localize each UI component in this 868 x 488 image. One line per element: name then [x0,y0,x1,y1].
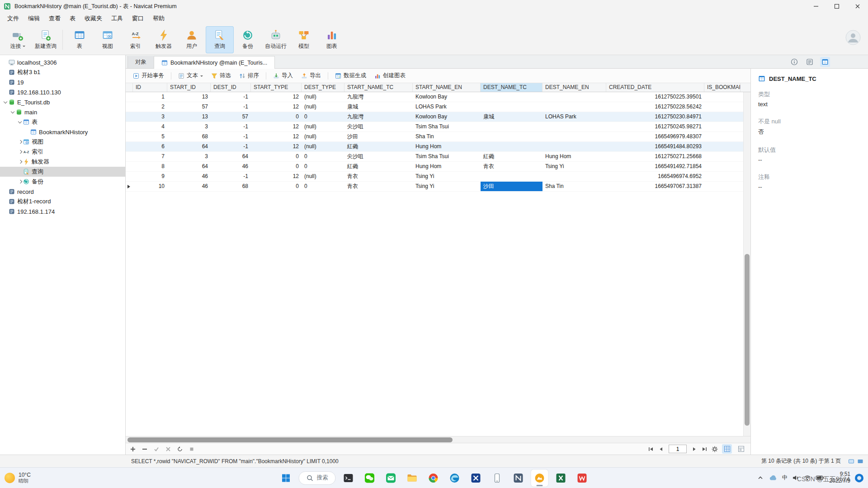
cloud-icon[interactable] [769,474,778,482]
column-header-DEST_NAME_TC[interactable]: DEST_NAME_TC [481,83,542,92]
grid-toolbar-export-button[interactable]: 导出 [297,70,325,81]
cell-ID[interactable]: 4 [133,122,167,131]
menu-item-0[interactable]: 文件 [3,14,24,23]
cell-START_ID[interactable]: 64 [167,142,211,151]
cell-START_TYPE[interactable]: 0 [251,112,302,122]
cell-ID[interactable]: 8 [133,162,167,171]
toolbar-table-button[interactable]: 表 [66,26,94,53]
column-header-DEST_TYPE[interactable]: DEST_TYPE [302,83,344,92]
cell-START_NAME_EN[interactable]: LOHAS Park [413,102,481,112]
toolbar-model-button[interactable]: 模型 [290,26,318,53]
cell-DEST_NAME_TC[interactable] [481,92,542,102]
toolbar-trigger-button[interactable]: 触发器 [150,26,178,53]
vertical-scrollbar-thumb[interactable] [745,254,750,426]
horizontal-scrollbar-thumb[interactable] [127,437,453,442]
cell-DEST_TYPE[interactable]: (null) [302,142,344,151]
refresh-button[interactable] [177,446,183,452]
grid-toolbar-create-chart-button[interactable]: 创建图表 [371,70,409,81]
cell-START_NAME_TC[interactable]: 沙田 [344,132,413,141]
cell-DEST_NAME_EN[interactable]: LOHAS Park [542,112,606,122]
cell-START_TYPE[interactable]: 12 [251,172,302,181]
toolbar-query-button[interactable]: 查询 [206,26,234,53]
cell-IS_BOOKMAR[interactable] [704,172,741,181]
cell-START_ID[interactable]: 64 [167,162,211,171]
cell-DEST_ID[interactable]: 64 [211,152,251,161]
column-header-ID[interactable]: ID [133,83,167,92]
cell-START_NAME_EN[interactable]: Tsim Sha Tsui [413,152,481,161]
next-page-button[interactable] [691,446,697,452]
cell-DEST_ID[interactable]: 46 [211,162,251,171]
toolbar-view-button[interactable]: 视图 [94,26,122,53]
cell-DEST_ID[interactable]: 68 [211,182,251,191]
cell-CREATED_DATE[interactable]: 1665496974.6952 [606,172,704,181]
horizontal-scrollbar[interactable] [126,436,750,443]
tree-arrow-icon[interactable] [17,119,23,125]
cell-IS_BOOKMAR[interactable] [704,152,741,161]
sidebar-item-6[interactable]: 表 [0,117,125,127]
cell-ID[interactable]: 6 [133,142,167,151]
taskbar-app-excel[interactable] [552,469,570,487]
cell-DEST_NAME_TC[interactable]: 青衣 [481,162,542,171]
cell-DEST_NAME_EN[interactable] [542,122,606,131]
menu-item-3[interactable]: 表 [65,14,80,23]
weather-widget[interactable]: 10°C 晴朗 [5,472,31,484]
apply-changes-button[interactable] [154,446,159,452]
cell-DEST_TYPE[interactable]: 0 [302,112,344,122]
cell-DEST_TYPE[interactable]: (null) [302,132,344,141]
cell-ID[interactable]: 3 [133,112,167,122]
cell-START_NAME_TC[interactable]: 九龍灣 [344,112,413,122]
cell-IS_BOOKMAR[interactable] [704,182,741,191]
taskbar-app-navicat[interactable] [510,469,527,487]
start-button[interactable] [278,469,295,487]
cell-DEST_NAME_TC[interactable]: 沙田 [481,182,542,191]
toolbar-chart-button[interactable]: 图表 [318,26,346,53]
taskbar-app-wps[interactable] [574,469,591,487]
cell-IS_BOOKMAR[interactable] [704,112,741,122]
column-header-DEST_ID[interactable]: DEST_ID [211,83,251,92]
cell-DEST_NAME_TC[interactable]: 康城 [481,112,542,122]
cell-CREATED_DATE[interactable]: 1665491484.80293 [606,142,704,151]
grid-toolbar-text-mode-button[interactable]: 文本 [175,70,207,81]
cell-START_NAME_TC[interactable]: 青衣 [344,172,413,181]
menu-item-6[interactable]: 窗口 [127,14,148,23]
tree-arrow-icon[interactable] [17,179,23,185]
tree-arrow-icon[interactable] [17,139,23,145]
grid-toolbar-begin-transaction-button[interactable]: 开始事务 [129,70,168,81]
tree-arrow-icon[interactable] [17,149,23,155]
cell-ID[interactable]: 1 [133,92,167,102]
cell-START_NAME_EN[interactable]: Tsing Yi [413,182,481,191]
clock[interactable]: 9:51 2022/7/9 [829,471,850,485]
tab-1[interactable]: BookmarkNHistory @main (E_Touris... [154,56,275,69]
cell-DEST_NAME_TC[interactable] [481,172,542,181]
cell-START_ID[interactable]: 13 [167,92,211,102]
column-header-IS_BOOKMAR[interactable]: IS_BOOKMAR [704,83,741,92]
cell-DEST_NAME_EN[interactable]: Tsing Yi [542,162,606,171]
taskbar-app-mail[interactable] [382,469,400,487]
cell-START_TYPE[interactable]: 12 [251,142,302,151]
cell-CREATED_DATE[interactable]: 1665496979.48307 [606,132,704,141]
cell-DEST_TYPE[interactable]: (null) [302,122,344,131]
notification-badge[interactable] [855,474,863,482]
column-header-DEST_NAME_EN[interactable]: DEST_NAME_EN [542,83,606,92]
cell-START_TYPE[interactable]: 0 [251,152,302,161]
chevron-up-icon[interactable] [757,474,764,482]
cell-START_ID[interactable]: 57 [167,102,211,112]
cell-DEST_NAME_TC[interactable]: 紅磡 [481,152,542,161]
cell-CREATED_DATE[interactable]: 1612750225.39501 [606,92,704,102]
column-header-START_NAME_TC[interactable]: START_NAME_TC [344,83,413,92]
cell-START_NAME_TC[interactable]: 尖沙咀 [344,152,413,161]
cell-IS_BOOKMAR[interactable] [704,162,741,171]
cell-DEST_NAME_TC[interactable] [481,142,542,151]
cell-START_NAME_TC[interactable]: 康城 [344,102,413,112]
toolbar-automation-button[interactable]: 自动运行 [262,26,290,53]
cell-ID[interactable]: 9 [133,172,167,181]
cell-ID[interactable]: 2 [133,102,167,112]
cell-DEST_ID[interactable]: 57 [211,112,251,122]
tree-arrow-icon[interactable] [10,109,16,115]
grid-toolbar-data-generation-button[interactable]: 数据生成 [331,70,370,81]
cell-DEST_TYPE[interactable]: (null) [302,102,344,112]
sidebar-item-9[interactable]: A-Z索引 [0,147,125,157]
panel-toggle-ddl-button[interactable] [805,57,815,67]
panel-toggle-info-button[interactable] [789,57,799,67]
menu-item-1[interactable]: 编辑 [24,14,44,23]
